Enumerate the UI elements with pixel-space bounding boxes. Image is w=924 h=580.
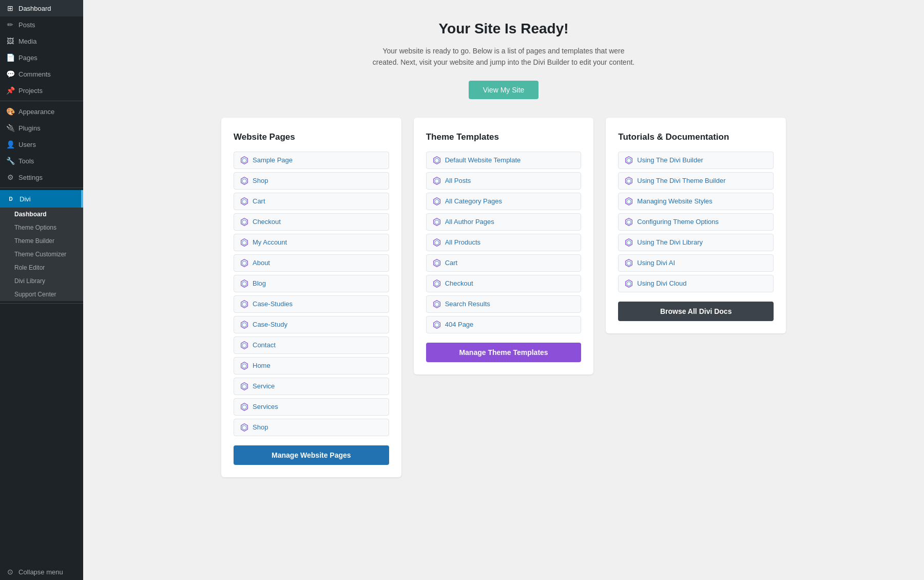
website-pages-card: Website Pages Sample Page Shop Cart Chec… [221, 118, 401, 477]
list-item[interactable]: About [234, 254, 389, 272]
list-item-label: Case-Studies [253, 300, 293, 308]
list-item[interactable]: Blog [234, 275, 389, 292]
submenu-item-role-editor[interactable]: Role Editor [0, 261, 83, 274]
svg-marker-7 [242, 220, 246, 224]
sidebar-label-pages: Pages [18, 54, 37, 62]
list-item[interactable]: Cart [426, 254, 582, 272]
browse-divi-docs-button[interactable]: Browse All Divi Docs [618, 302, 774, 321]
divi-icon: D [6, 194, 15, 203]
sidebar-item-posts[interactable]: ✏ Posts [0, 16, 83, 33]
list-item[interactable]: Using Divi Cloud [618, 275, 774, 292]
theme-templates-card: Theme Templates Default Website Template… [414, 118, 594, 375]
svg-marker-53 [627, 220, 631, 224]
website-pages-title: Website Pages [234, 132, 389, 142]
submenu-item-theme-options[interactable]: Theme Options [0, 221, 83, 234]
list-item-label: All Posts [445, 177, 471, 184]
list-item[interactable]: Cart [234, 193, 389, 210]
view-site-button[interactable]: View My Site [469, 81, 539, 99]
list-item[interactable]: Default Website Template [426, 152, 582, 169]
sidebar-label-divi: Divi [20, 195, 31, 203]
cards-container: Website Pages Sample Page Shop Cart Chec… [221, 118, 786, 477]
list-item-label: My Account [253, 238, 287, 246]
list-item[interactable]: All Posts [426, 172, 582, 190]
list-item[interactable]: Shop [234, 419, 389, 436]
list-item[interactable]: Shop [234, 172, 389, 190]
list-item[interactable]: Sample Page [234, 152, 389, 169]
list-item-label: Using The Divi Builder [637, 156, 703, 164]
sidebar-item-divi[interactable]: D Divi [0, 190, 83, 208]
sidebar-item-plugins[interactable]: 🔌 Plugins [0, 120, 83, 136]
list-item[interactable]: My Account [234, 234, 389, 251]
svg-marker-31 [435, 179, 439, 183]
svg-marker-13 [242, 282, 246, 286]
posts-icon: ✏ [6, 21, 14, 29]
sidebar-item-users[interactable]: 👤 Users [0, 136, 83, 153]
list-item[interactable]: All Category Pages [426, 193, 582, 210]
list-item[interactable]: All Author Pages [426, 213, 582, 231]
sidebar: ⊞ Dashboard ✏ Posts 🖼 Media 📄 Pages 💬 Co… [0, 0, 83, 580]
list-item-label: Cart [253, 197, 265, 205]
svg-marker-37 [435, 240, 439, 245]
sidebar-item-tools[interactable]: 🔧 Tools [0, 153, 83, 169]
list-item[interactable]: Service [234, 378, 389, 395]
list-item[interactable]: All Products [426, 234, 582, 251]
list-item-label: All Author Pages [445, 218, 494, 226]
submenu-item-theme-builder[interactable]: Theme Builder [0, 234, 83, 248]
svg-marker-51 [627, 199, 631, 204]
tools-icon: 🔧 [6, 157, 14, 165]
list-item[interactable]: Contact [234, 336, 389, 354]
sidebar-item-media[interactable]: 🖼 Media [0, 33, 83, 49]
list-item[interactable]: Using The Divi Library [618, 234, 774, 251]
list-item[interactable]: Configuring Theme Options [618, 213, 774, 231]
list-item[interactable]: Checkout [234, 213, 389, 231]
list-item[interactable]: 404 Page [426, 316, 582, 333]
list-item[interactable]: Services [234, 398, 389, 416]
svg-marker-11 [242, 261, 246, 266]
sidebar-item-settings[interactable]: ⚙ Settings [0, 169, 83, 185]
sidebar-item-dashboard[interactable]: ⊞ Dashboard [0, 0, 83, 16]
submenu-item-divi-library[interactable]: Divi Library [0, 274, 83, 288]
list-item-label: Contact [253, 341, 276, 349]
list-item[interactable]: Home [234, 357, 389, 375]
svg-marker-47 [627, 158, 631, 163]
list-item[interactable]: Search Results [426, 295, 582, 313]
sidebar-item-pages[interactable]: 📄 Pages [0, 49, 83, 66]
svg-marker-35 [435, 220, 439, 224]
sidebar-item-comments[interactable]: 💬 Comments [0, 66, 83, 82]
list-item-label: Sample Page [253, 156, 293, 164]
list-item-label: Using Divi Cloud [637, 279, 686, 287]
submenu-item-theme-customizer[interactable]: Theme Customizer [0, 248, 83, 261]
sidebar-label-tools: Tools [18, 157, 34, 165]
list-item[interactable]: Checkout [426, 275, 582, 292]
divi-active-indicator [81, 190, 83, 208]
svg-marker-45 [435, 323, 439, 327]
submenu-item-support-center[interactable]: Support Center [0, 288, 83, 301]
svg-marker-29 [435, 158, 439, 163]
sidebar-label-dashboard: Dashboard [18, 5, 51, 12]
list-item[interactable]: Managing Website Styles [618, 193, 774, 210]
manage-theme-templates-button[interactable]: Manage Theme Templates [426, 343, 582, 362]
media-icon: 🖼 [6, 37, 14, 45]
sidebar-label-users: Users [18, 141, 36, 148]
list-item[interactable]: Using The Divi Builder [618, 152, 774, 169]
website-pages-list: Sample Page Shop Cart Checkout My Accoun… [234, 152, 389, 436]
sidebar-item-appearance[interactable]: 🎨 Appearance [0, 103, 83, 120]
sidebar-item-projects[interactable]: 📌 Projects [0, 82, 83, 99]
list-item[interactable]: Using The Divi Theme Builder [618, 172, 774, 190]
sidebar-label-projects: Projects [18, 87, 43, 95]
pages-icon: 📄 [6, 53, 14, 62]
svg-marker-1 [242, 158, 246, 163]
dashboard-icon: ⊞ [6, 4, 14, 12]
list-item[interactable]: Case-Studies [234, 295, 389, 313]
list-item-label: About [253, 259, 270, 267]
list-item[interactable]: Using Divi AI [618, 254, 774, 272]
divider-1 [0, 101, 83, 101]
divi-submenu: Dashboard Theme Options Theme Builder Th… [0, 208, 83, 301]
svg-marker-23 [242, 384, 246, 389]
sidebar-collapse-menu[interactable]: ⊙ Collapse menu [0, 564, 83, 580]
list-item[interactable]: Case-Study [234, 316, 389, 333]
list-item-label: Cart [445, 259, 458, 267]
svg-marker-3 [242, 179, 246, 183]
manage-website-pages-button[interactable]: Manage Website Pages [234, 445, 389, 465]
submenu-item-dashboard[interactable]: Dashboard [0, 208, 83, 221]
